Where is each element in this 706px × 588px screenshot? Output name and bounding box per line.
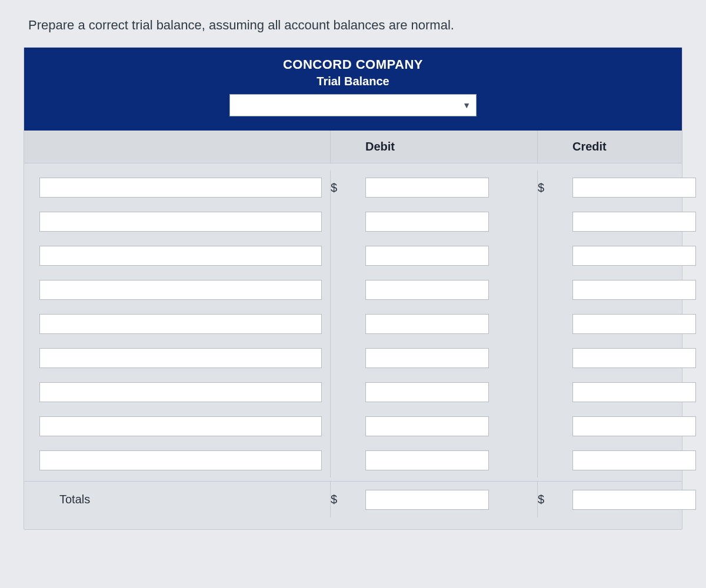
table-row: $ $: [24, 171, 682, 205]
debit-input[interactable]: [365, 416, 489, 436]
totals-row: Totals $ $: [24, 481, 682, 517]
debit-input[interactable]: [365, 246, 489, 266]
debit-input[interactable]: [365, 212, 489, 232]
totals-label: Totals: [24, 482, 330, 517]
credit-input[interactable]: [572, 178, 696, 198]
account-input[interactable]: [39, 280, 322, 300]
account-input[interactable]: [39, 212, 322, 232]
table-row: [24, 375, 682, 409]
dollar-sign: $: [537, 171, 572, 205]
trial-balance-sheet: CONCORD COMPANY Trial Balance ▼ Debit Cr…: [24, 47, 682, 530]
credit-input[interactable]: [572, 416, 696, 436]
table-row: [24, 409, 682, 443]
credit-input[interactable]: [572, 212, 696, 232]
page: Prepare a correct trial balance, assumin…: [0, 0, 706, 530]
account-input[interactable]: [39, 450, 322, 470]
table-row: [24, 205, 682, 239]
report-title: Trial Balance: [24, 75, 682, 88]
credit-input[interactable]: [572, 314, 696, 334]
account-input[interactable]: [39, 348, 322, 368]
account-input[interactable]: [39, 416, 322, 436]
table-row: [24, 273, 682, 307]
dollar-sign: $: [537, 482, 572, 517]
debit-input[interactable]: [365, 178, 489, 198]
date-select[interactable]: [229, 94, 477, 116]
account-input[interactable]: [39, 246, 322, 266]
credit-input[interactable]: [572, 348, 696, 368]
account-input[interactable]: [39, 178, 322, 198]
table-row: [24, 239, 682, 273]
instruction-text: Prepare a correct trial balance, assumin…: [28, 18, 682, 33]
company-name: CONCORD COMPANY: [24, 57, 682, 72]
debit-input[interactable]: [365, 280, 489, 300]
debit-input[interactable]: [365, 314, 489, 334]
column-headers: Debit Credit: [24, 131, 682, 163]
credit-header: Credit: [572, 131, 702, 163]
account-input[interactable]: [39, 382, 322, 402]
account-input[interactable]: [39, 314, 322, 334]
credit-input[interactable]: [572, 382, 696, 402]
credit-total-input[interactable]: [572, 490, 696, 510]
table-row: [24, 443, 682, 477]
table-row: [24, 341, 682, 375]
dollar-sign: $: [330, 482, 365, 517]
credit-input[interactable]: [572, 450, 696, 470]
credit-input[interactable]: [572, 280, 696, 300]
table-row: [24, 307, 682, 341]
debit-input[interactable]: [365, 348, 489, 368]
debit-total-input[interactable]: [365, 490, 489, 510]
date-select-wrap: ▼: [229, 94, 477, 116]
rows-container: $ $: [24, 163, 682, 477]
debit-input[interactable]: [365, 450, 489, 470]
credit-input[interactable]: [572, 246, 696, 266]
debit-input[interactable]: [365, 382, 489, 402]
header-band: CONCORD COMPANY Trial Balance ▼: [24, 48, 682, 131]
dollar-sign: $: [330, 171, 365, 205]
debit-header: Debit: [365, 131, 495, 163]
